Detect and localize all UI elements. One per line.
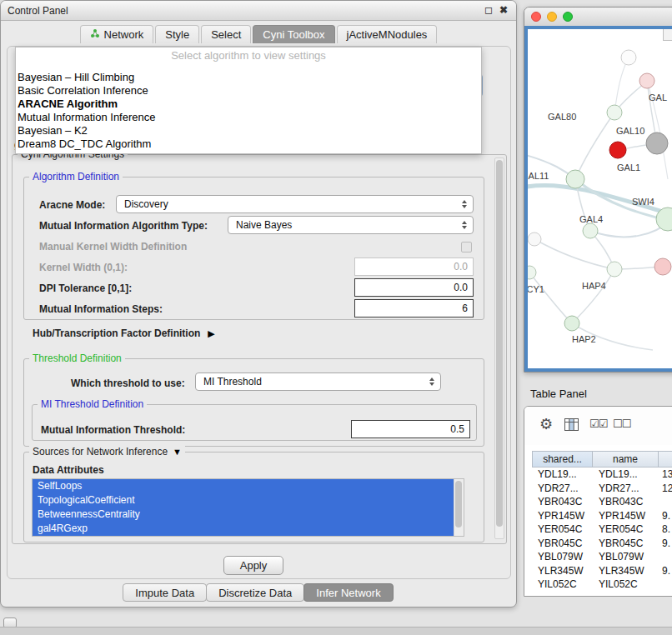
- network-edge[interactable]: [572, 269, 614, 323]
- tab-impute-data[interactable]: Impute Data: [123, 583, 207, 602]
- network-scroll-corner: [663, 29, 672, 41]
- scrollbar-thumb[interactable]: [496, 160, 503, 527]
- table-row[interactable]: YBR045CYBR045C9.: [532, 537, 672, 551]
- node-label: GCY1: [528, 284, 544, 294]
- column-header[interactable]: name: [593, 451, 659, 468]
- algorithm-option[interactable]: Mutual Information Inference: [16, 111, 481, 124]
- kernel-width-field[interactable]: 0.0: [354, 258, 474, 276]
- attribute-list-item[interactable]: gal4RGexp: [33, 522, 464, 536]
- network-node[interactable]: [621, 50, 636, 65]
- table-body: YDL19...YDL19...13YDR27...YDR27...12YBR0…: [532, 468, 672, 592]
- network-node[interactable]: [607, 105, 622, 120]
- table-row[interactable]: YDL19...YDL19...13: [532, 468, 672, 482]
- network-node[interactable]: [654, 258, 671, 275]
- network-graph[interactable]: GAL80GAL10GAL11GAL1SWI4GAL4GCY1HAP4HAP2G…: [528, 29, 672, 368]
- data-attributes-list[interactable]: SelfLoopsTopologicalCoefficientBetweenne…: [32, 478, 464, 537]
- tab-infer-network[interactable]: Infer Network: [303, 583, 393, 602]
- expand-icon: ▶: [208, 328, 214, 339]
- hub-definition-expander[interactable]: Hub/Transcription Factor Definition ▶: [33, 328, 215, 339]
- network-edge[interactable]: [575, 112, 614, 179]
- tab-label: Impute Data: [135, 587, 194, 599]
- table-row[interactable]: YBL079WYBL079W: [532, 550, 672, 564]
- attribute-list-item[interactable]: TopologicalCoefficient: [33, 493, 464, 508]
- float-window-icon[interactable]: ◻: [484, 4, 493, 16]
- table-cell: YBL079W: [593, 551, 659, 562]
- manual-kernel-width-checkbox[interactable]: [461, 242, 472, 252]
- algorithm-option[interactable]: Bayesian – Hill Climbing: [16, 71, 481, 84]
- network-node[interactable]: [646, 132, 668, 154]
- algorithm-option[interactable]: Dream8 DC_TDC Algorithm: [16, 138, 481, 151]
- mi-threshold-field[interactable]: 0.5: [351, 420, 470, 438]
- table-row[interactable]: YIL052CYIL052C: [532, 578, 672, 592]
- column-header[interactable]: shared...: [532, 451, 593, 468]
- table-panel-title: Table Panel: [530, 388, 587, 400]
- settings-scrollbar[interactable]: [494, 158, 504, 539]
- apply-button[interactable]: Apply: [223, 556, 283, 575]
- network-node[interactable]: [609, 142, 626, 158]
- table-panel-window: ⚙ ☑☑ ☐☐ shared...name YDL19...YDL19...13…: [524, 406, 672, 597]
- sources-title: Sources for Network Inference: [33, 446, 168, 458]
- table-cell: YBR043C: [532, 496, 593, 508]
- table-row[interactable]: YDR27...YDR27...12: [532, 482, 672, 496]
- mac-minimize-icon[interactable]: [547, 12, 557, 22]
- group-title: MI Threshold Definition: [38, 398, 147, 410]
- network-edge[interactable]: [534, 239, 614, 269]
- table-cell: YER054C: [532, 523, 593, 535]
- table-row[interactable]: YLR345WYLR345W9.: [532, 564, 672, 578]
- mac-close-icon[interactable]: [531, 12, 541, 22]
- tab-style[interactable]: Style: [155, 25, 199, 43]
- show-columns-icon[interactable]: [564, 418, 579, 434]
- attribute-list-scrollbar[interactable]: [454, 479, 464, 536]
- mi-steps-field[interactable]: 6: [354, 299, 474, 318]
- aracne-mode-select[interactable]: Discovery: [116, 195, 474, 213]
- status-bar: [0, 627, 672, 635]
- table-cell: YBL079W: [532, 551, 593, 562]
- network-node[interactable]: [607, 262, 622, 277]
- scrollbar-thumb[interactable]: [455, 481, 462, 528]
- tab-network[interactable]: Network: [80, 25, 154, 43]
- table-cell: YPR145W: [532, 510, 593, 522]
- tab-discretize-data[interactable]: Discretize Data: [206, 583, 304, 602]
- column-header[interactable]: [659, 451, 672, 468]
- sources-collapse-toggle[interactable]: Sources for Network Inference ▼: [29, 446, 185, 458]
- algorithm-option[interactable]: Bayesian – K2: [16, 124, 481, 138]
- mi-algorithm-type-select[interactable]: Naive Bayes: [228, 216, 474, 234]
- table-cell: 9.: [659, 538, 672, 549]
- tab-select[interactable]: Select: [201, 25, 251, 43]
- table-row[interactable]: YER054CYER054C8.: [532, 522, 672, 537]
- cyni-mode-tabs: Impute Data Discretize Data Infer Networ…: [1, 583, 516, 602]
- tab-jactivemnodules[interactable]: jActiveMNodules: [337, 25, 438, 43]
- algorithm-option[interactable]: Basic Correlation Inference: [16, 84, 481, 98]
- attribute-list-item[interactable]: SelfLoops: [33, 479, 464, 493]
- tab-cyni-toolbox[interactable]: Cyni Toolbox: [253, 25, 334, 43]
- mac-zoom-icon[interactable]: [563, 12, 573, 22]
- network-canvas[interactable]: GAL80GAL10GAL11GAL1SWI4GAL4GCY1HAP4HAP2G…: [524, 26, 672, 372]
- table-row[interactable]: YPR145WYPR145W9.: [532, 509, 672, 523]
- select-all-columns-icon[interactable]: ☑☑: [589, 418, 607, 430]
- node-label: GAL4: [579, 214, 603, 224]
- network-node[interactable]: [566, 170, 584, 188]
- control-panel-tabs: Network Style Select Cyni Toolbox jActiv…: [1, 24, 516, 43]
- network-node[interactable]: [528, 266, 536, 279]
- group-title: Threshold Definition: [29, 352, 125, 364]
- network-node[interactable]: [639, 73, 654, 88]
- table-row[interactable]: YBR043CYBR043C: [532, 495, 672, 509]
- which-threshold-select[interactable]: MI Threshold: [195, 372, 441, 391]
- network-edge[interactable]: [529, 272, 572, 323]
- deselect-all-columns-icon[interactable]: ☐☐: [613, 418, 630, 430]
- network-node[interactable]: [583, 223, 598, 238]
- dpi-tolerance-field[interactable]: 0.0: [354, 278, 474, 297]
- popup-spacer: [16, 62, 481, 71]
- tab-label: Infer Network: [316, 587, 380, 599]
- network-node[interactable]: [564, 316, 579, 331]
- close-icon[interactable]: ✖: [499, 4, 508, 16]
- attribute-list-items: SelfLoopsTopologicalCoefficientBetweenne…: [33, 479, 464, 536]
- attribute-list-item[interactable]: BetweennessCentrality: [33, 508, 464, 522]
- gear-icon[interactable]: ⚙: [539, 415, 553, 433]
- algorithm-option[interactable]: ARACNE Algorithm: [16, 98, 481, 111]
- table-cell: 13: [659, 468, 672, 480]
- collapse-icon: ▼: [173, 447, 182, 457]
- network-node[interactable]: [528, 232, 541, 246]
- table-cell: YDR27...: [532, 482, 593, 494]
- table-header-row: shared...name: [532, 451, 672, 468]
